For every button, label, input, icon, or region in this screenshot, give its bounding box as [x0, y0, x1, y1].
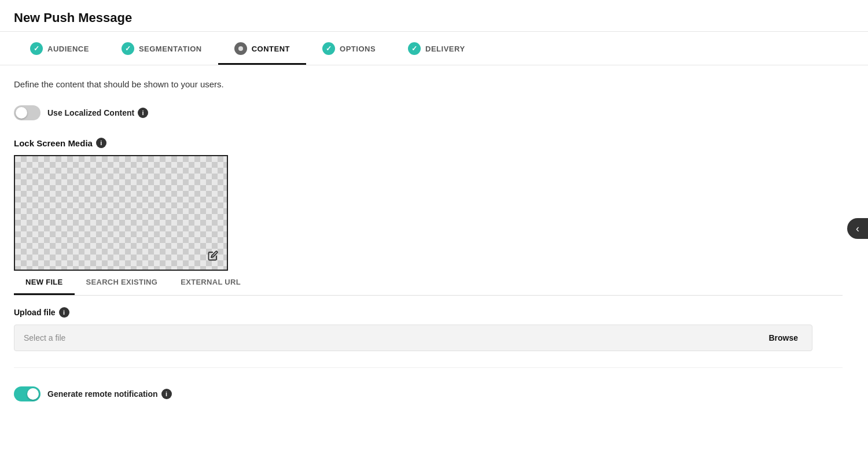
- file-placeholder-text: Select a file: [14, 325, 755, 351]
- audience-check-icon: [30, 42, 43, 55]
- remote-notification-row: Generate remote notification i: [14, 373, 843, 401]
- localized-content-toggle[interactable]: [14, 105, 41, 120]
- step-options[interactable]: OPTIONS: [306, 32, 392, 65]
- steps-navigation: AUDIENCE SEGMENTATION CONTENT OPTIONS DE…: [0, 32, 868, 65]
- segmentation-check-icon: [122, 42, 134, 55]
- localized-content-info-icon[interactable]: i: [138, 108, 148, 118]
- tab-search-existing[interactable]: SEARCH EXISTING: [75, 271, 170, 295]
- audience-label: AUDIENCE: [47, 45, 89, 53]
- content-label: CONTENT: [252, 45, 290, 53]
- checkerboard-pattern: [15, 156, 227, 270]
- content-dot-icon: [234, 42, 247, 55]
- tab-external-url[interactable]: EXTERNAL URL: [169, 271, 252, 295]
- edit-media-button[interactable]: [205, 248, 221, 264]
- remote-notification-toggle[interactable]: [14, 386, 41, 401]
- upload-file-info-icon[interactable]: i: [59, 307, 69, 318]
- back-button[interactable]: ‹: [847, 218, 868, 239]
- page-header: New Push Message: [0, 0, 868, 32]
- options-label: OPTIONS: [340, 45, 376, 53]
- media-preview-box[interactable]: [14, 155, 228, 271]
- page-description: Define the content that should be shown …: [14, 79, 843, 89]
- back-chevron-icon: ‹: [856, 223, 859, 235]
- localized-content-label: Use Localized Content i: [47, 108, 148, 118]
- step-content[interactable]: CONTENT: [218, 32, 306, 65]
- lock-screen-media-info-icon[interactable]: i: [96, 138, 106, 148]
- upload-file-label: Upload file i: [14, 307, 843, 318]
- lock-screen-media-label: Lock Screen Media i: [14, 138, 843, 148]
- browse-button[interactable]: Browse: [755, 325, 812, 351]
- delivery-label: DELIVERY: [425, 45, 465, 53]
- localized-content-row: Use Localized Content i: [14, 105, 843, 120]
- upload-file-section: Upload file i Select a file Browse: [14, 296, 843, 363]
- file-input-row: Select a file Browse: [14, 325, 812, 351]
- delivery-check-icon: [408, 42, 421, 55]
- section-divider: [14, 367, 843, 368]
- step-delivery[interactable]: DELIVERY: [392, 32, 481, 65]
- remote-notification-label: Generate remote notification i: [47, 389, 172, 399]
- page-title: New Push Message: [14, 10, 854, 25]
- step-audience[interactable]: AUDIENCE: [14, 32, 105, 65]
- remote-notification-info-icon[interactable]: i: [161, 389, 172, 399]
- options-check-icon: [322, 42, 335, 55]
- segmentation-label: SEGMENTATION: [139, 45, 202, 53]
- media-tabs: NEW FILE SEARCH EXISTING EXTERNAL URL: [14, 271, 843, 296]
- step-segmentation[interactable]: SEGMENTATION: [105, 32, 218, 65]
- main-content: Define the content that should be shown …: [0, 65, 856, 415]
- tab-new-file[interactable]: NEW FILE: [14, 271, 75, 295]
